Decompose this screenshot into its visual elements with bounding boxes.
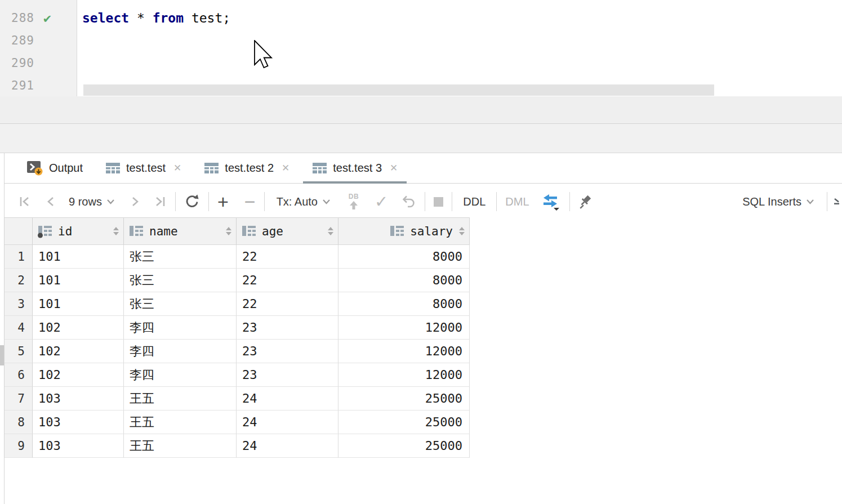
line-number: 290 [11, 56, 34, 70]
cell-age[interactable]: 24 [237, 411, 338, 434]
row-number-cell[interactable]: 7 [5, 387, 33, 411]
cell-id[interactable]: 101 [33, 292, 124, 316]
cell-id[interactable]: 101 [33, 245, 124, 269]
editor-horizontal-scrollbar[interactable] [83, 84, 714, 96]
row-number-cell[interactable]: 4 [5, 316, 33, 340]
cell-age[interactable]: 23 [237, 340, 338, 363]
cell-salary[interactable]: 12000 [338, 316, 470, 340]
sort-toggle[interactable] [328, 227, 333, 235]
column-icon [129, 225, 144, 238]
sql-text: * [129, 11, 153, 25]
cell-name[interactable]: 王五 [124, 387, 237, 411]
cell-id[interactable]: 101 [33, 269, 124, 292]
code-area[interactable]: select * from test; [82, 7, 842, 29]
column-header-age[interactable]: age [237, 218, 338, 245]
column-label: name [149, 225, 178, 238]
close-icon[interactable]: ✕ [173, 162, 181, 174]
cell-name[interactable]: 张三 [124, 269, 237, 292]
chevron-down-icon[interactable] [806, 199, 814, 204]
cell-name[interactable]: 张三 [124, 245, 237, 269]
first-page-button[interactable] [18, 195, 32, 208]
close-icon[interactable]: ✕ [390, 162, 398, 174]
transaction-mode-label[interactable]: Tx: Auto [277, 195, 318, 208]
cell-salary[interactable]: 8000 [338, 245, 470, 269]
cell-salary[interactable]: 25000 [338, 411, 470, 434]
reload-data-button[interactable] [184, 194, 200, 209]
row-number-cell[interactable]: 5 [5, 340, 33, 363]
toolbar-separator [496, 192, 497, 211]
next-page-button[interactable] [130, 195, 141, 208]
cell-name[interactable]: 李四 [124, 340, 237, 363]
pin-tab-icon[interactable] [578, 194, 594, 209]
delete-row-button[interactable]: − [244, 196, 256, 207]
sort-toggle[interactable] [226, 227, 231, 235]
add-row-button[interactable]: + [217, 196, 229, 207]
cell-age[interactable]: 22 [237, 245, 338, 269]
page-size-label[interactable]: 9 rows [69, 195, 102, 208]
tab-test-test-3[interactable]: test.test 3 ✕ [301, 153, 409, 183]
gutter-line: 288 ✔ [0, 7, 77, 29]
cell-age[interactable]: 22 [237, 292, 338, 316]
row-number-cell[interactable]: 8 [5, 411, 33, 434]
left-scrollbar-thumb[interactable] [0, 345, 4, 365]
close-icon[interactable]: ✕ [282, 162, 289, 174]
dml-button[interactable]: DML [505, 195, 529, 208]
sql-editor[interactable]: 288 ✔ 289 290 291 select * from test; [0, 0, 842, 96]
row-number-cell[interactable]: 9 [5, 434, 33, 458]
cell-id[interactable]: 102 [33, 363, 124, 387]
cell-name[interactable]: 李四 [124, 316, 237, 340]
sort-toggle[interactable] [113, 227, 119, 235]
tab-label: test.test 3 [333, 162, 382, 175]
tab-test-test-2[interactable]: test.test 2 ✕ [193, 153, 301, 183]
cell-id[interactable]: 103 [33, 387, 124, 411]
stop-icon[interactable] [434, 197, 443, 207]
tab-output[interactable]: Output [16, 153, 94, 183]
cell-age[interactable]: 22 [237, 269, 338, 292]
cell-age[interactable]: 23 [237, 316, 338, 340]
export-data-icon[interactable] [834, 194, 842, 209]
cell-salary[interactable]: 25000 [338, 434, 470, 458]
cell-salary[interactable]: 25000 [338, 387, 470, 411]
cell-name[interactable]: 王五 [124, 411, 237, 434]
cell-id[interactable]: 103 [33, 411, 124, 434]
grid-toolbar: 9 rows + − Tx: Auto [5, 184, 842, 219]
cell-age[interactable]: 24 [237, 387, 338, 411]
ddl-button[interactable]: DDL [463, 195, 485, 208]
cell-id[interactable]: 102 [33, 340, 124, 363]
cell-salary[interactable]: 12000 [338, 340, 470, 363]
column-header-name[interactable]: name [124, 218, 237, 245]
splitter-band [0, 124, 842, 153]
export-format-label[interactable]: SQL Inserts [742, 195, 801, 208]
column-header-id[interactable]: id [33, 218, 124, 245]
rollback-icon[interactable] [402, 194, 416, 209]
row-number-cell[interactable]: 1 [5, 245, 33, 269]
chevron-down-icon[interactable] [322, 199, 331, 204]
cell-name[interactable]: 张三 [124, 292, 237, 316]
toolbar-separator [175, 192, 176, 211]
cell-name[interactable]: 王五 [124, 434, 237, 458]
commit-icon[interactable]: ✓ [375, 192, 388, 211]
column-header-salary[interactable]: salary [338, 218, 470, 245]
previous-page-button[interactable] [45, 195, 56, 208]
cell-age[interactable]: 23 [237, 363, 338, 387]
cell-id[interactable]: 103 [33, 434, 124, 458]
sort-toggle[interactable] [459, 227, 465, 235]
cell-salary[interactable]: 12000 [338, 363, 470, 387]
cell-name[interactable]: 李四 [124, 363, 237, 387]
row-number-header[interactable] [5, 218, 33, 245]
compare-data-icon[interactable] [540, 193, 561, 211]
last-page-button[interactable] [153, 195, 167, 208]
table-row: 5 102 李四 23 12000 [5, 340, 470, 363]
submit-to-database-icon[interactable]: DB [346, 194, 361, 210]
sql-statement[interactable]: select * from test; [82, 7, 842, 29]
cell-id[interactable]: 102 [33, 316, 124, 340]
cell-age[interactable]: 24 [237, 434, 338, 458]
cell-salary[interactable]: 8000 [338, 269, 470, 292]
row-number-cell[interactable]: 2 [5, 269, 33, 292]
chevron-down-icon[interactable] [106, 199, 115, 204]
table-grid-icon [312, 162, 327, 175]
row-number-cell[interactable]: 6 [5, 363, 33, 387]
tab-test-test[interactable]: test.test ✕ [94, 153, 193, 183]
row-number-cell[interactable]: 3 [5, 292, 33, 316]
cell-salary[interactable]: 8000 [338, 292, 470, 316]
